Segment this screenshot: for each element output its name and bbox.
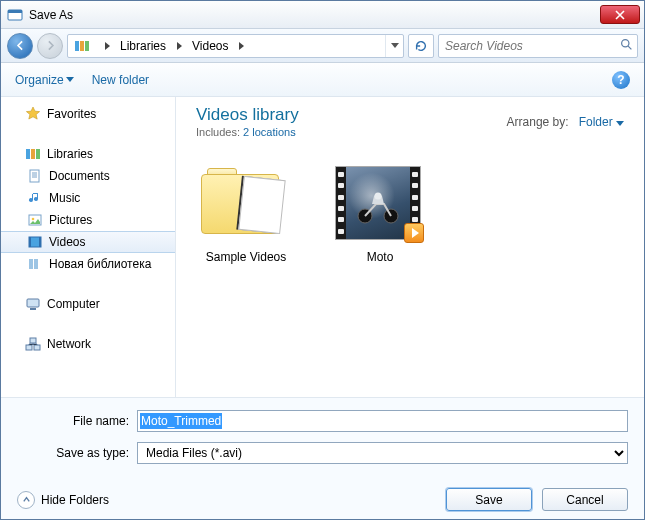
app-icon xyxy=(7,7,23,23)
network-icon xyxy=(25,336,41,352)
svg-rect-2 xyxy=(75,41,79,51)
svg-rect-7 xyxy=(31,149,35,159)
cancel-button[interactable]: Cancel xyxy=(542,488,628,511)
sidebar-item-videos[interactable]: Videos xyxy=(1,231,175,253)
svg-rect-14 xyxy=(39,237,41,247)
search-box[interactable] xyxy=(438,34,638,58)
content-area: Videos library Includes: 2 locations Arr… xyxy=(176,97,644,397)
sidebar-network[interactable]: Network xyxy=(1,333,175,355)
breadcrumb-chevron-icon[interactable] xyxy=(100,35,114,57)
item-label: Moto xyxy=(330,250,430,264)
nav-forward-button[interactable] xyxy=(37,33,63,59)
star-icon xyxy=(25,106,41,122)
sidebar-item-music[interactable]: Music xyxy=(1,187,175,209)
video-thumbnail xyxy=(335,166,421,240)
folder-item-sample-videos[interactable]: Sample Videos xyxy=(196,166,296,264)
refresh-button[interactable] xyxy=(408,34,434,58)
sidebar-favorites[interactable]: Favorites xyxy=(1,103,175,125)
libraries-icon xyxy=(74,38,90,54)
window-title: Save As xyxy=(29,8,600,22)
svg-point-24 xyxy=(375,193,382,200)
videos-icon xyxy=(27,234,43,250)
sidebar-item-new-library[interactable]: Новая библиотека xyxy=(1,253,175,275)
breadcrumb-root[interactable] xyxy=(68,35,100,57)
organize-menu[interactable]: Organize xyxy=(15,73,74,87)
breadcrumb-item-videos[interactable]: Videos xyxy=(186,35,234,57)
filename-input[interactable] xyxy=(137,410,628,432)
breadcrumb-chevron-icon[interactable] xyxy=(235,35,249,57)
sidebar-item-label: Videos xyxy=(49,235,85,249)
sidebar-libraries[interactable]: Libraries xyxy=(1,143,175,165)
sidebar-item-label: Pictures xyxy=(49,213,92,227)
hide-folders-label: Hide Folders xyxy=(41,493,109,507)
arrange-by: Arrange by: Folder xyxy=(507,115,624,129)
svg-rect-20 xyxy=(34,345,40,350)
new-folder-button[interactable]: New folder xyxy=(92,73,149,87)
svg-rect-18 xyxy=(30,308,36,310)
svg-rect-21 xyxy=(30,338,36,343)
toolbar: Organize New folder ? xyxy=(1,63,644,97)
svg-rect-8 xyxy=(36,149,40,159)
item-label: Sample Videos xyxy=(196,250,296,264)
filename-label: File name: xyxy=(17,414,137,428)
svg-rect-9 xyxy=(30,170,39,182)
chevron-down-icon xyxy=(66,77,74,82)
svg-point-5 xyxy=(622,39,629,46)
svg-rect-13 xyxy=(29,237,31,247)
play-overlay-icon xyxy=(404,223,424,243)
sidebar-item-label: Новая библиотека xyxy=(49,257,151,271)
svg-rect-4 xyxy=(85,41,89,51)
sidebar-favorites-label: Favorites xyxy=(47,107,96,121)
search-input[interactable] xyxy=(443,38,633,54)
documents-icon xyxy=(27,168,43,184)
file-item-moto[interactable]: Moto xyxy=(330,166,430,264)
svg-point-11 xyxy=(32,218,35,221)
breadcrumb[interactable]: Libraries Videos xyxy=(67,34,404,58)
navbar: Libraries Videos xyxy=(1,29,644,63)
sidebar: Favorites Libraries Documents xyxy=(1,97,176,397)
nav-back-button[interactable] xyxy=(7,33,33,59)
hide-folders-button[interactable]: Hide Folders xyxy=(17,491,109,509)
new-folder-label: New folder xyxy=(92,73,149,87)
help-button[interactable]: ? xyxy=(612,71,630,89)
chevron-up-icon xyxy=(17,491,35,509)
sidebar-item-documents[interactable]: Documents xyxy=(1,165,175,187)
titlebar: Save As xyxy=(1,1,644,29)
library-icon xyxy=(27,256,43,272)
sidebar-libraries-label: Libraries xyxy=(47,147,93,161)
svg-rect-1 xyxy=(8,10,22,13)
svg-rect-15 xyxy=(29,259,33,269)
svg-rect-6 xyxy=(26,149,30,159)
svg-rect-3 xyxy=(80,41,84,51)
computer-icon xyxy=(25,296,41,312)
sidebar-item-label: Music xyxy=(49,191,80,205)
folder-icon xyxy=(201,166,287,240)
breadcrumb-item-libraries[interactable]: Libraries xyxy=(114,35,172,57)
music-icon xyxy=(27,190,43,206)
filetype-select[interactable]: Media Files (*.avi) xyxy=(137,442,628,464)
filetype-label: Save as type: xyxy=(17,446,137,460)
arrange-by-dropdown[interactable]: Folder xyxy=(579,115,624,129)
organize-label: Organize xyxy=(15,73,64,87)
pictures-icon xyxy=(27,212,43,228)
dialog-footer: Hide Folders Save Cancel xyxy=(1,478,644,520)
search-icon xyxy=(620,38,633,54)
libraries-icon xyxy=(25,146,41,162)
save-button[interactable]: Save xyxy=(446,488,532,511)
breadcrumb-dropdown[interactable] xyxy=(385,35,403,57)
sidebar-computer-label: Computer xyxy=(47,297,100,311)
svg-rect-16 xyxy=(34,259,38,269)
save-form: File name: Moto_Trimmed Save as type: Me… xyxy=(1,398,644,478)
sidebar-item-pictures[interactable]: Pictures xyxy=(1,209,175,231)
breadcrumb-chevron-icon[interactable] xyxy=(172,35,186,57)
svg-rect-19 xyxy=(26,345,32,350)
close-button[interactable] xyxy=(600,5,640,24)
locations-link[interactable]: 2 locations xyxy=(243,126,296,138)
sidebar-computer[interactable]: Computer xyxy=(1,293,175,315)
sidebar-item-label: Documents xyxy=(49,169,110,183)
svg-rect-17 xyxy=(27,299,39,307)
sidebar-network-label: Network xyxy=(47,337,91,351)
